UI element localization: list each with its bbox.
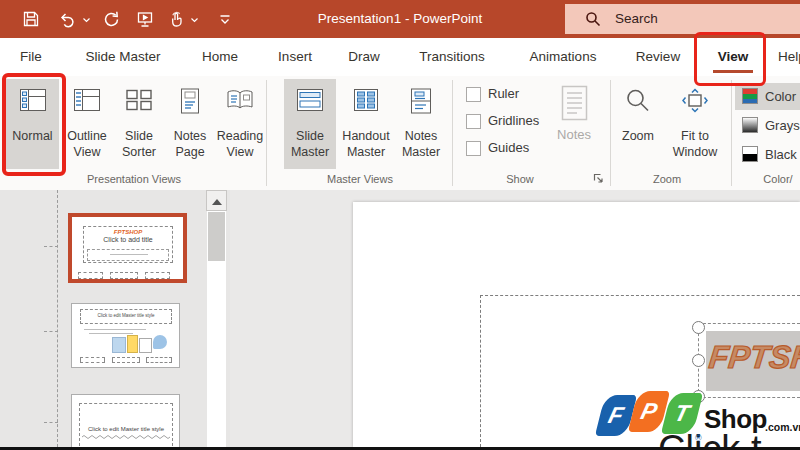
- button-label: Reading: [215, 129, 265, 145]
- tab-animations[interactable]: Animations: [530, 38, 597, 76]
- layout-thumbnail[interactable]: Click to edit Master title style: [71, 394, 180, 447]
- thumbnail-title-placeholder: FPTSHOP Click to add title: [83, 226, 173, 263]
- group-separator: [452, 80, 453, 186]
- reading-view-icon: [226, 88, 254, 112]
- slide-sorter-button[interactable]: SlideSorter: [114, 79, 164, 169]
- smartart-graphic: [153, 335, 167, 349]
- registered-mark: ®: [695, 433, 702, 443]
- black-and-white-icon: [742, 146, 758, 162]
- selection-handle[interactable]: [692, 321, 705, 334]
- normal-view-button[interactable]: Normal: [6, 79, 59, 169]
- ruler-label: Ruler: [488, 86, 519, 102]
- outline-view-button[interactable]: OutlineView: [62, 79, 112, 169]
- notes-master-icon: [407, 88, 435, 114]
- button-label: Outline: [62, 129, 112, 145]
- button-label: Fit to: [666, 129, 724, 145]
- tab-file[interactable]: File: [20, 38, 42, 76]
- up-arrow-icon: [212, 199, 222, 205]
- tab-review[interactable]: Review: [636, 38, 680, 76]
- ribbon-tab-row: File Slide Master Home Insert Draw Trans…: [0, 38, 800, 76]
- color-button[interactable]: Color: [735, 83, 800, 110]
- search-icon: [585, 11, 601, 27]
- notes-master-button[interactable]: NotesMaster: [396, 79, 446, 169]
- active-tab-indicator: [713, 70, 753, 73]
- thumbnail-watermark: FPTSHOP: [84, 229, 172, 235]
- slide-master-icon: [296, 88, 324, 112]
- slide-master-thumbnail[interactable]: FPTSHOP Click to add title: [68, 213, 187, 283]
- group-label-color-grayscale: Color/: [763, 173, 792, 187]
- button-label: Handout: [338, 129, 394, 145]
- thumbnail-title-text: Click to edit Master title style: [81, 313, 171, 318]
- button-label: Master: [284, 145, 336, 161]
- footer-placeholder: [80, 357, 105, 363]
- grayscale-icon: [742, 117, 758, 133]
- master-tree-line: [57, 190, 58, 447]
- tab-transitions[interactable]: Transitions: [419, 38, 485, 76]
- ribbon: Normal OutlineView SlideSorter: [0, 76, 800, 191]
- guides-checkbox[interactable]: [466, 141, 481, 156]
- grayscale-button[interactable]: Grays: [735, 112, 800, 139]
- button-label: Notes: [166, 129, 214, 145]
- gridlines-checkbox[interactable]: [466, 114, 481, 129]
- watermark-image-selected[interactable]: FPTSHOP: [706, 331, 800, 391]
- tab-draw[interactable]: Draw: [348, 38, 380, 76]
- button-label: Slide: [284, 129, 336, 145]
- handout-master-button[interactable]: HandoutMaster: [338, 79, 394, 169]
- footer-placeholder: [112, 357, 140, 363]
- search-box[interactable]: Search: [565, 4, 800, 34]
- tab-insert[interactable]: Insert: [278, 38, 312, 76]
- button-label: Window: [666, 145, 724, 161]
- ruler-checkbox[interactable]: [466, 87, 481, 102]
- thumbnail-title-placeholder: Click to edit Master title style: [79, 403, 173, 447]
- button-label: Sorter: [114, 145, 164, 161]
- button-label: Master: [338, 145, 394, 161]
- group-label-presentation-views: Presentation Views: [87, 173, 181, 187]
- show-dialog-launcher-icon[interactable]: [592, 172, 604, 184]
- footer-placeholder: [145, 272, 170, 279]
- smartart-graphic: [139, 338, 152, 353]
- fit-to-window-button[interactable]: Fit toWindow: [666, 79, 724, 169]
- zoom-button[interactable]: Zoom: [616, 79, 660, 169]
- reading-view-button[interactable]: ReadingView: [215, 79, 265, 169]
- group-separator: [610, 80, 611, 186]
- black-and-white-button[interactable]: Black: [735, 141, 800, 168]
- smartart-graphic: [112, 337, 126, 353]
- tab-help[interactable]: Help: [778, 38, 800, 76]
- slide-master-button[interactable]: SlideMaster: [284, 79, 336, 169]
- selection-border: [698, 397, 800, 398]
- group-label-show: Show: [506, 173, 534, 187]
- outline-view-icon: [73, 88, 101, 112]
- group-label-zoom: Zoom: [653, 173, 681, 187]
- button-label: Normal: [6, 129, 59, 145]
- selection-handle[interactable]: [692, 354, 705, 367]
- guides-label: Guides: [488, 140, 529, 156]
- thumbnail-title-text: Click to add title: [84, 236, 172, 243]
- thumbnail-scrollbar-thumb[interactable]: [208, 212, 225, 261]
- thumbnail-title-text: Click to edit Master title style: [80, 426, 172, 432]
- title-placeholder-border: [480, 295, 481, 447]
- button-label: Master: [396, 145, 446, 161]
- layout-thumbnail[interactable]: Click to edit Master title style: [71, 303, 180, 368]
- fpt-letter: T: [663, 400, 702, 427]
- zoom-icon: [624, 88, 652, 114]
- notes-label: Notes: [550, 127, 598, 142]
- thumbnail-title-placeholder: Click to edit Master title style: [80, 309, 172, 324]
- title-placeholder-border: [480, 295, 800, 296]
- selection-border: [698, 323, 800, 324]
- group-separator: [731, 80, 732, 186]
- color-label: Color: [765, 83, 796, 110]
- smartart-graphic: [127, 335, 138, 353]
- tab-slide-master[interactable]: Slide Master: [85, 38, 160, 76]
- fpt-shop-domain: .com.vn: [765, 421, 800, 433]
- title-bar: Presentation1 - PowerPoint Search: [0, 0, 800, 38]
- watermark-text: FPTSHOP: [707, 339, 800, 376]
- notes-button-disabled: Notes: [550, 79, 598, 169]
- notes-page-icon: [176, 88, 204, 114]
- tree-connector: [44, 331, 58, 332]
- gridlines-label: Gridlines: [488, 113, 539, 129]
- footer-placeholder: [110, 272, 138, 279]
- fit-to-window-icon: [680, 88, 710, 114]
- tab-home[interactable]: Home: [202, 38, 238, 76]
- scrollbar-up-button[interactable]: [206, 190, 227, 211]
- notes-page-button[interactable]: NotesPage: [166, 79, 214, 169]
